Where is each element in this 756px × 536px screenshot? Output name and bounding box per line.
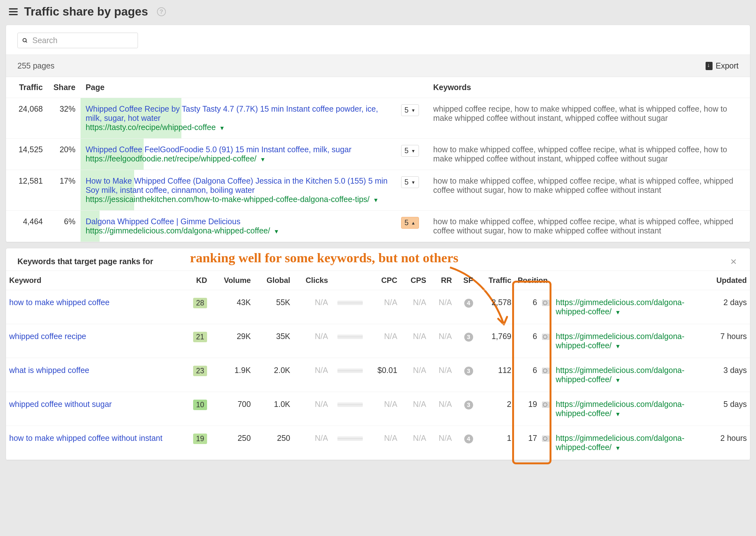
cell-position: 19 <box>515 392 553 426</box>
cell-cpc: N/A <box>366 324 400 358</box>
annotation-text: ranking well for some keywords, but not … <box>190 250 458 265</box>
dcol-rr[interactable]: RR <box>429 271 455 290</box>
download-icon <box>706 62 712 70</box>
cell-global: 250 <box>254 426 293 460</box>
result-url-link[interactable]: https://gimmedelicious.com/dalgona-whipp… <box>556 434 685 452</box>
keyword-link[interactable]: how to make whipped coffee <box>9 298 110 307</box>
svg-line-1 <box>26 41 27 43</box>
page-url-link[interactable]: https://jessicainthekitchen.com/how-to-m… <box>85 195 378 204</box>
close-icon[interactable]: × <box>728 256 739 267</box>
page-url-link[interactable]: https://tasty.co/recipe/whipped-coffee ▼ <box>85 123 225 132</box>
dcol-clicks[interactable]: Clicks <box>293 271 331 290</box>
cell-traffic: 2,578 <box>476 290 515 324</box>
sf-badge: 4 <box>464 299 473 308</box>
keyword-link[interactable]: whipped coffee without sugar <box>9 400 112 409</box>
cell-rr: N/A <box>429 426 455 460</box>
cell-volume: 29K <box>210 324 254 358</box>
cell-traffic: 2 <box>476 392 515 426</box>
dcol-keyword[interactable]: Keyword <box>6 271 183 290</box>
kd-pill: 23 <box>193 366 207 376</box>
result-url-link[interactable]: https://gimmedelicious.com/dalgona-whipp… <box>556 366 685 384</box>
table-row: 12,58117%How to Make Whipped Coffee (Dal… <box>6 170 750 211</box>
cell-share: 20% <box>48 139 81 170</box>
dcol-volume[interactable]: Volume <box>210 271 254 290</box>
serp-icon[interactable] <box>542 368 549 374</box>
keyword-count-toggle[interactable]: 5 ▼ <box>401 104 419 116</box>
result-url-link[interactable]: https://gimmedelicious.com/dalgona-whipp… <box>556 298 685 316</box>
cell-cpc: N/A <box>366 392 400 426</box>
svg-point-0 <box>23 38 26 42</box>
dcol-sf[interactable]: SF <box>455 271 476 290</box>
page-title-link[interactable]: Whipped Coffee Recipe by Tasty Tasty 4.7… <box>85 104 378 122</box>
keyword-link[interactable]: whipped coffee recipe <box>9 332 86 341</box>
cell-cps: N/A <box>401 324 429 358</box>
page-title-link[interactable]: Whipped Coffee FeelGoodFoodie 5.0 (91) 1… <box>85 145 351 154</box>
search-box[interactable] <box>17 33 138 48</box>
cell-clicks: N/A <box>293 392 331 426</box>
page-title-link[interactable]: Dalgona Whipped Coffee | Gimme Delicious <box>85 217 240 226</box>
table-row: how to make whipped coffee without insta… <box>6 426 750 460</box>
cell-traffic: 1 <box>476 426 515 460</box>
dcol-traffic[interactable]: Traffic <box>476 271 515 290</box>
search-icon <box>22 37 28 44</box>
cell-rr: N/A <box>429 358 455 392</box>
sparkline <box>337 436 363 441</box>
result-url-link[interactable]: https://gimmedelicious.com/dalgona-whipp… <box>556 400 685 418</box>
chevron-down-icon: ▼ <box>373 197 378 203</box>
help-icon[interactable]: ? <box>157 7 166 16</box>
cell-cpc: $0.01 <box>366 358 400 392</box>
dcol-kd[interactable]: KD <box>183 271 210 290</box>
col-page[interactable]: Page <box>81 77 396 98</box>
sf-badge: 3 <box>464 333 473 342</box>
table-row: 24,06832%Whipped Coffee Recipe by Tasty … <box>6 98 750 139</box>
page-url-link[interactable]: https://gimmedelicious.com/dalgona-whipp… <box>85 226 279 235</box>
cell-cps: N/A <box>401 290 429 324</box>
cell-cpc: N/A <box>366 290 400 324</box>
dcol-updated[interactable]: Updated <box>702 271 750 290</box>
dcol-cps[interactable]: CPS <box>401 271 429 290</box>
chevron-down-icon: ▼ <box>260 156 266 163</box>
cell-share: 6% <box>48 211 81 242</box>
col-share[interactable]: Share <box>48 77 81 98</box>
keyword-count-toggle[interactable]: 5 ▼ <box>401 176 419 188</box>
search-input[interactable] <box>32 36 133 45</box>
cell-cps: N/A <box>401 358 429 392</box>
keyword-link[interactable]: how to make whipped coffee without insta… <box>9 434 162 443</box>
cell-share: 32% <box>48 98 81 139</box>
chevron-down-icon: ▼ <box>615 309 621 316</box>
cell-updated: 2 hours <box>702 426 750 460</box>
dcol-global[interactable]: Global <box>254 271 293 290</box>
page-title-link[interactable]: How to Make Whipped Coffee (Dalgona Coff… <box>85 176 387 194</box>
serp-icon[interactable] <box>542 334 549 340</box>
hamburger-menu[interactable] <box>9 7 18 17</box>
keyword-count-toggle[interactable]: 5 ▲ <box>401 217 419 229</box>
dcol-cpc[interactable]: CPC <box>366 271 400 290</box>
keyword-count-toggle[interactable]: 5 ▼ <box>401 145 419 157</box>
detail-title: Keywords that target page ranks for <box>17 257 153 266</box>
export-button[interactable]: Export <box>706 61 739 70</box>
result-url-link[interactable]: https://gimmedelicious.com/dalgona-whipp… <box>556 332 685 350</box>
cell-volume: 700 <box>210 392 254 426</box>
cell-global: 1.0K <box>254 392 293 426</box>
col-keywords[interactable]: Keywords <box>428 77 750 98</box>
detail-panel: ranking well for some keywords, but not … <box>6 248 750 460</box>
table-row: 4,4646%Dalgona Whipped Coffee | Gimme De… <box>6 211 750 242</box>
kd-pill: 28 <box>193 298 207 308</box>
cell-traffic: 12,581 <box>6 170 48 211</box>
keyword-link[interactable]: what is whipped coffee <box>9 366 89 375</box>
cell-position: 6 <box>515 324 553 358</box>
table-row: what is whipped coffee231.9K2.0KN/A$0.01… <box>6 358 750 392</box>
cell-global: 55K <box>254 290 293 324</box>
col-traffic[interactable]: Traffic <box>6 77 48 98</box>
serp-icon[interactable] <box>542 402 549 408</box>
cell-rr: N/A <box>429 290 455 324</box>
cell-rr: N/A <box>429 324 455 358</box>
page-url-link[interactable]: https://feelgoodfoodie.net/recipe/whippe… <box>85 154 266 163</box>
dcol-position[interactable]: Position <box>515 271 553 290</box>
serp-icon[interactable] <box>542 435 549 442</box>
serp-icon[interactable] <box>542 300 549 306</box>
sf-badge: 3 <box>464 367 473 376</box>
cell-traffic: 4,464 <box>6 211 48 242</box>
sf-badge: 3 <box>464 401 473 410</box>
cell-keywords: how to make whipped coffee, whipped coff… <box>428 211 750 242</box>
